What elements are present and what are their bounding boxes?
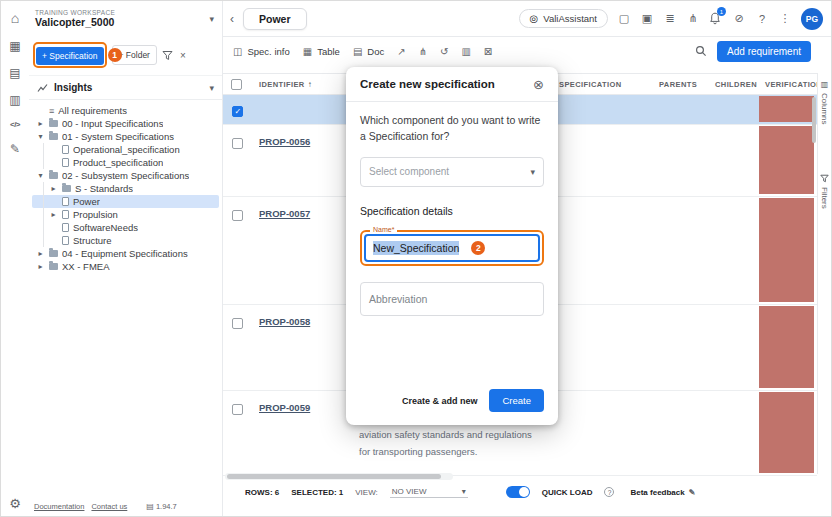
component-select[interactable]: Select component ▾: [360, 157, 544, 187]
row-checkbox[interactable]: [232, 138, 243, 149]
create-button[interactable]: Create: [489, 389, 544, 412]
row-checkbox[interactable]: [232, 106, 243, 117]
sidebar-tree-item[interactable]: ▸ S - Standards: [32, 182, 219, 195]
sidebar-tree-item[interactable]: Power: [32, 195, 219, 208]
parents-cell: [651, 125, 707, 196]
col-identifier[interactable]: IDENTIFIER ↑: [251, 80, 351, 89]
sidebar-tree-item[interactable]: Operational_specification: [32, 143, 219, 156]
tree-item-label: Propulsion: [73, 209, 118, 220]
requirement-id-link[interactable]: PROP-0058: [251, 305, 310, 327]
requirement-id-link[interactable]: PROP-0057: [251, 197, 310, 219]
view-toolbar: ◫ Spec. info ▦ Table ▤ Doc ↗ ⋔ ↺ ▥ ⊠ Add…: [223, 37, 817, 65]
modal-title: Create new specification: [360, 78, 495, 90]
more-menu-icon[interactable]: ⋮: [778, 12, 792, 25]
columns-icon: ▥: [821, 80, 829, 89]
settings-gear-icon[interactable]: ⚙: [1, 496, 29, 511]
search-icon[interactable]: [695, 45, 707, 57]
sidebar-tree-item[interactable]: ▸ XX - FMEA: [32, 260, 219, 273]
user-avatar[interactable]: PG: [801, 8, 823, 30]
sidebar-tree-item[interactable]: ▸ Propulsion: [32, 208, 219, 221]
tab-table[interactable]: ▦ Table: [303, 46, 340, 57]
verification-status-badge: [759, 306, 814, 388]
view-select[interactable]: NO VIEW ▾: [390, 487, 468, 498]
horizontal-scrollbar-thumb[interactable]: [227, 474, 441, 479]
requirement-id-link[interactable]: PROP-0056: [251, 125, 310, 147]
export-icon[interactable]: ▢: [617, 12, 631, 25]
workflow-icon[interactable]: ⋔: [686, 12, 700, 25]
collapse-sidebar-icon[interactable]: ‹: [227, 12, 237, 26]
requirement-id-link[interactable]: [251, 98, 259, 109]
tab-doc[interactable]: ▤ Doc: [353, 46, 384, 57]
sidebar-tree-item[interactable]: Product_specification: [32, 156, 219, 169]
specification-cell: [551, 197, 651, 304]
insights-section[interactable]: Insights ▾: [29, 76, 222, 100]
import-icon[interactable]: ▣: [640, 12, 654, 25]
contact-us-link[interactable]: Contact us: [91, 502, 127, 511]
sidebar-tree-item[interactable]: ▾ 01 - System Specifications: [32, 130, 219, 143]
chevron-down-icon: ▾: [530, 167, 535, 177]
tree-caret-icon[interactable]: ▸: [36, 119, 45, 128]
sidebar-tree-item[interactable]: Structure: [32, 234, 219, 247]
beta-feedback-button[interactable]: Beta feedback ✎: [630, 488, 695, 497]
do-not-disturb-icon[interactable]: ⊘: [732, 12, 746, 25]
tab-spec-info[interactable]: ◫ Spec. info: [233, 46, 290, 57]
scripting-icon[interactable]: </>: [1, 120, 29, 129]
home-icon[interactable]: ⌂: [1, 10, 29, 26]
modules-icon[interactable]: ▦: [1, 39, 29, 53]
filters-panel-tab[interactable]: Filters: [818, 167, 831, 209]
vertical-scrollbar[interactable]: [812, 97, 816, 143]
columns-panel-tab[interactable]: ▥ Columns: [818, 73, 831, 125]
clear-filter-icon[interactable]: ×: [180, 50, 186, 61]
tree-caret-icon[interactable]: ▾: [36, 132, 45, 141]
sidebar-tree-item[interactable]: ▸ 04 - Equipment Specifications: [32, 247, 219, 260]
col-specification[interactable]: SPECIFICATION: [551, 80, 651, 89]
row-checkbox[interactable]: [232, 318, 243, 329]
add-specification-button[interactable]: + Specification: [36, 47, 104, 65]
create-and-add-new-button[interactable]: Create & add new: [402, 396, 478, 406]
help-icon[interactable]: ?: [755, 13, 769, 25]
workspace-eyebrow: TRAINING WORKSPACE: [35, 9, 115, 16]
sidebar-tree-item[interactable]: ≡ All requirements: [32, 104, 219, 117]
board-icon[interactable]: ▥: [461, 46, 470, 57]
abbreviation-input[interactable]: Abbreviation: [360, 282, 544, 316]
status-bar: ROWS: 6 SELECTED: 1 VIEW: NO VIEW ▾ QUIC…: [223, 483, 817, 501]
col-parents[interactable]: PARENTS: [651, 80, 707, 89]
row-checkbox[interactable]: [232, 210, 243, 221]
list-view-icon[interactable]: ≣: [663, 12, 677, 25]
matrix-icon[interactable]: ⊠: [484, 46, 492, 57]
name-input[interactable]: New_Specification 2: [364, 234, 540, 262]
all-requirements-icon: ≡: [49, 106, 54, 116]
tree-caret-icon[interactable]: ▾: [36, 171, 45, 180]
vali-assistant-button[interactable]: ◎ ValiAssistant: [519, 9, 608, 28]
sidebar-tree-item[interactable]: ▸ 00 - Input Specifications: [32, 117, 219, 130]
open-tab-power[interactable]: Power: [243, 8, 307, 30]
sidebar: TRAINING WORKSPACE Valicopter_5000 ▾ + S…: [29, 1, 223, 516]
sidebar-tree-item[interactable]: SoftwareNeeds: [32, 221, 219, 234]
analyses-icon[interactable]: ▥: [1, 93, 29, 107]
add-requirement-button[interactable]: Add requirement: [717, 41, 811, 62]
sidebar-tree-item[interactable]: ▾ 02 - Subsystem Specifications: [32, 169, 219, 182]
row-checkbox[interactable]: [232, 404, 243, 415]
tree-caret-icon[interactable]: ▸: [36, 249, 45, 258]
col-children[interactable]: CHILDREN: [707, 80, 757, 89]
edit-icon[interactable]: ✎: [1, 142, 29, 156]
view-label: VIEW:: [355, 488, 378, 497]
select-all-checkbox[interactable]: [231, 79, 242, 90]
requirements-icon[interactable]: ▤: [1, 66, 29, 80]
history-icon[interactable]: ↺: [440, 46, 448, 57]
requirement-id-link[interactable]: PROP-0059: [251, 391, 310, 413]
tree-caret-icon[interactable]: ▸: [36, 262, 45, 271]
filter-funnel-icon[interactable]: [162, 50, 173, 61]
name-field-label: Name*: [370, 226, 397, 233]
tree-caret-icon[interactable]: ▸: [49, 210, 58, 219]
hierarchy-icon[interactable]: ⋔: [419, 46, 427, 57]
workspace-selector[interactable]: TRAINING WORKSPACE Valicopter_5000 ▾: [29, 1, 222, 35]
col-verification-status[interactable]: VERIFICATION S: [757, 80, 817, 89]
quick-load-toggle[interactable]: [506, 486, 530, 498]
share-icon[interactable]: ↗: [397, 46, 405, 57]
close-icon[interactable]: ⊗: [533, 77, 544, 92]
notifications-bell-icon[interactable]: 1: [709, 12, 723, 25]
quick-load-help-icon[interactable]: ?: [604, 487, 614, 497]
documentation-link[interactable]: Documentation: [34, 502, 84, 511]
tree-caret-icon[interactable]: ▸: [49, 184, 58, 193]
